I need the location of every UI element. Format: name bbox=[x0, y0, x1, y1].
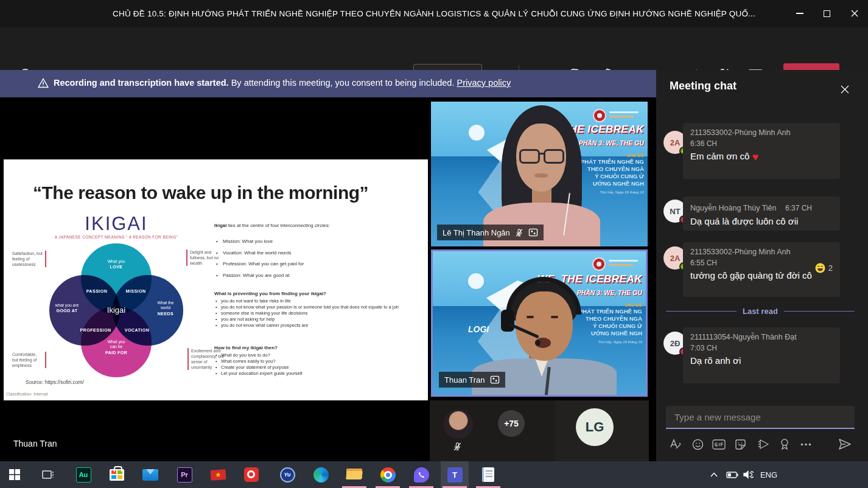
taskbar-yu-app[interactable]: Yu bbox=[273, 461, 301, 488]
message-time: 7:03 CH bbox=[690, 344, 833, 352]
meeting-chat-panel: Meeting chat 2A 2113533002-Phùng Minh An… bbox=[656, 70, 868, 461]
start-button[interactable] bbox=[1, 461, 29, 488]
close-button[interactable] bbox=[850, 9, 859, 18]
taskbar-chrome[interactable] bbox=[374, 461, 402, 488]
close-icon bbox=[851, 10, 858, 17]
taskbar-store[interactable] bbox=[103, 461, 131, 488]
headset-earcup bbox=[501, 310, 514, 332]
yu-app-icon: Yu bbox=[280, 467, 295, 483]
privacy-policy-link[interactable]: Privacy policy bbox=[457, 78, 511, 88]
taskbar-mail[interactable] bbox=[136, 461, 164, 488]
person-mouth bbox=[534, 173, 548, 178]
taskbar-red-app[interactable] bbox=[237, 461, 265, 488]
overflow-participants-badge[interactable]: +75 bbox=[498, 410, 525, 437]
more-dots-icon bbox=[800, 443, 811, 446]
headset-mic-tip bbox=[535, 340, 541, 346]
heart-emoji: ♥ bbox=[752, 152, 759, 162]
logo-text-line bbox=[609, 264, 633, 266]
message-reaction[interactable]: 2 bbox=[815, 263, 833, 273]
speaker-icon bbox=[743, 470, 754, 479]
tray-volume[interactable] bbox=[739, 461, 757, 488]
venn-label-paid: What youcan bePAID FOR bbox=[92, 340, 141, 355]
participant-name-label: Thuan Tran bbox=[439, 372, 505, 388]
sticker-button[interactable] bbox=[733, 437, 747, 451]
last-read-divider: Last read bbox=[666, 307, 855, 316]
annotation-top-left: Satisfaction, but feeling of uselessness bbox=[12, 251, 46, 267]
video-tile-thuan-tran-active[interactable]: WE, THE ICEBREAK PHẦN 3: WE, THE GU CHỦ … bbox=[431, 249, 648, 397]
praise-button[interactable] bbox=[777, 437, 792, 451]
video-tile-le-thi-thanh-ngan[interactable]: WE, THE ICEBREAK PHẦN 3: WE, THE GU CHỦ … bbox=[431, 102, 648, 246]
gif-icon bbox=[712, 439, 726, 450]
more-compose-button[interactable] bbox=[799, 437, 813, 451]
reaction-count: 2 bbox=[828, 263, 833, 273]
message-author: Nguyễn Hoàng Thùy Tiên bbox=[690, 204, 777, 212]
taskbar-audition[interactable]: Au bbox=[69, 461, 97, 488]
ikigai-heading: IKIGAI bbox=[4, 213, 229, 235]
task-view-button[interactable] bbox=[34, 461, 62, 488]
chat-message: 2113533002-Phùng Minh Anh 6:55 CH 2 tưởn… bbox=[683, 242, 840, 297]
format-button[interactable] bbox=[668, 437, 683, 451]
teams-meeting-window: CHỦ ĐỀ 10.5: ĐỊNH HƯỚNG PHÁT TRIỂN NGHỀ … bbox=[0, 0, 868, 488]
lg-avatar[interactable]: LG bbox=[576, 408, 614, 446]
message-text: Dạ rõ anh ơi bbox=[690, 355, 833, 366]
window-title: CHỦ ĐỀ 10.5: ĐỊNH HƯỚNG PHÁT TRIỂN NGHỀ … bbox=[0, 0, 868, 27]
minimize-button[interactable] bbox=[795, 9, 805, 18]
participant-photo-avatar[interactable] bbox=[444, 410, 473, 439]
message-time: 6:55 CH bbox=[690, 259, 833, 267]
close-chat-button[interactable] bbox=[839, 83, 851, 96]
praise-ribbon-icon bbox=[780, 438, 789, 450]
slide-title: “The reason to wake up in the morning” bbox=[33, 183, 368, 203]
presenter-label: Thuan Tran bbox=[13, 439, 57, 448]
person-eye bbox=[551, 316, 558, 318]
banner-bold-text: Recording and transcription have started… bbox=[54, 78, 229, 88]
mic-off-icon bbox=[453, 442, 462, 454]
venn-label-goodat: what you areGOOD AT bbox=[49, 303, 85, 314]
taskbar-youth-union-app[interactable]: ★ bbox=[204, 461, 232, 488]
ikigai-subheading: A JAPANESE CONCEPT MEANING “ A REASON FO… bbox=[4, 235, 229, 239]
stream-button[interactable] bbox=[757, 437, 771, 451]
participant-name-label: Lê Thị Thanh Ngân bbox=[437, 225, 544, 240]
chat-message-input[interactable] bbox=[666, 406, 855, 429]
venn-label-needs: What theworldNEEDS bbox=[148, 301, 183, 316]
format-icon bbox=[670, 439, 682, 450]
viber-icon bbox=[414, 467, 429, 483]
send-button[interactable] bbox=[838, 437, 852, 451]
screen-share-slide[interactable]: “The reason to wake up in the morning” I… bbox=[4, 159, 428, 400]
tray-show-hidden-icons[interactable] bbox=[705, 461, 723, 488]
flag-star-icon: ★ bbox=[210, 469, 226, 481]
participant-name: Lê Thị Thanh Ngân bbox=[443, 228, 510, 237]
taskbar-viber[interactable] bbox=[407, 461, 435, 488]
tray-language[interactable]: ENG bbox=[757, 461, 780, 488]
red-target-icon bbox=[244, 467, 259, 482]
warning-icon bbox=[38, 78, 49, 91]
venn-label-vocation: VOCATION bbox=[116, 327, 158, 333]
annotation-bottom-left: Comfortable, but feeling of emptiness bbox=[12, 352, 46, 368]
glasses-bridge bbox=[539, 153, 544, 155]
taskbar-premiere[interactable]: Pr bbox=[170, 461, 198, 488]
maximize-button[interactable] bbox=[822, 9, 831, 18]
audition-icon: Au bbox=[76, 467, 91, 483]
taskbar-file-explorer[interactable] bbox=[340, 461, 368, 488]
slide-source: Source: https://sofiri.com/ bbox=[26, 379, 84, 385]
emoji-button[interactable] bbox=[690, 437, 705, 451]
logo-text-line bbox=[609, 260, 638, 262]
slide-find-block: How to find my ikigai then? What do you … bbox=[214, 345, 421, 377]
message-author: 2113533002-Phùng Minh Anh bbox=[690, 128, 833, 137]
message-author: 2113533002-Phùng Minh Anh bbox=[690, 248, 833, 256]
taskbar-edge[interactable] bbox=[307, 461, 335, 488]
slide-circle-bullets: Mission: What you love Vocation: What th… bbox=[214, 236, 421, 281]
message-time: 6:37 CH bbox=[785, 204, 812, 212]
chat-message: 2111113054-Nguyễn Thành Đạt 7:03 CH Dạ r… bbox=[683, 327, 840, 383]
venn-center-ikigai: Ikigai bbox=[95, 305, 138, 315]
edge-icon bbox=[313, 467, 329, 483]
chevron-up-icon bbox=[710, 472, 718, 477]
participant-name: Thuan Tran bbox=[444, 375, 485, 385]
chat-message: 2113533002-Phùng Minh Anh 6:36 CH Em cảm… bbox=[683, 123, 840, 179]
sticker-icon bbox=[735, 439, 746, 450]
microsoft-store-icon bbox=[110, 469, 124, 481]
message-text: tưởng cô gặp quàng tử đời cô bbox=[690, 270, 833, 281]
venn-label-passion: PASSION bbox=[75, 288, 118, 294]
gif-button[interactable] bbox=[712, 437, 726, 451]
taskbar-teams-active[interactable]: T bbox=[441, 461, 469, 488]
taskbar-notepad[interactable] bbox=[474, 461, 502, 488]
